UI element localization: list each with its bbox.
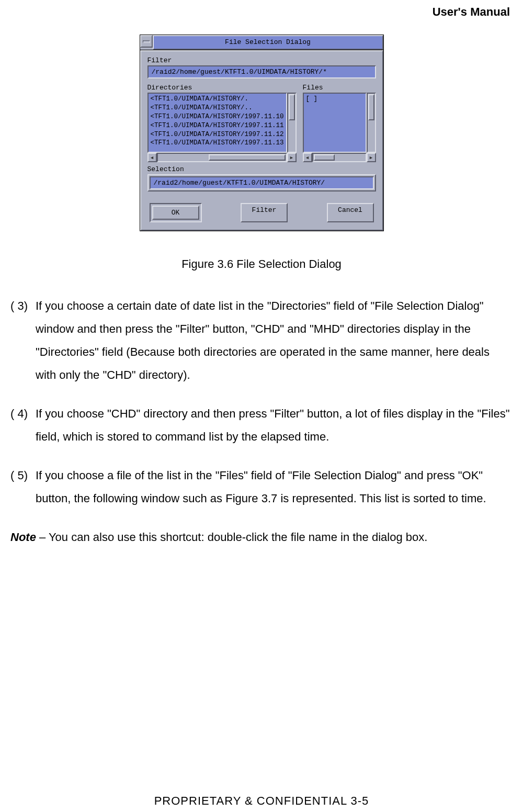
figure-caption: Figure 3.6 File Selection Dialog [10,257,513,271]
list-item[interactable]: <TFT1.0/UIMDATA/HISTORY/1997.11.13 [151,139,284,148]
page-footer: PROPRIETARY & CONFIDENTIAL 3-5 [0,794,523,808]
scroll-left-icon[interactable]: ◀ [303,153,312,162]
note-text: – You can also use this shortcut: double… [36,531,427,544]
system-menu-icon[interactable] [140,35,153,48]
directories-listbox[interactable]: <TFT1.0/UIMDATA/HISTORY/. <TFT1.0/UIMDAT… [147,93,287,153]
cancel-button[interactable]: Cancel [327,203,374,222]
item-number: ( 5) [10,464,36,510]
files-vscrollbar[interactable] [367,93,376,153]
selection-label: Selection [147,165,376,173]
directories-vscrollbar[interactable] [287,93,297,153]
filter-button[interactable]: Filter [241,203,288,222]
paragraph-text: If you choose a certain date of date lis… [36,295,513,387]
directories-hscrollbar[interactable]: ◀ ▶ [147,153,297,162]
list-item[interactable]: <TFT1.0/UIMDATA/HISTORY/1997.11.11 [151,121,284,130]
files-listbox[interactable]: [ ] [303,93,367,153]
scroll-right-icon[interactable]: ▶ [367,153,376,162]
file-selection-dialog: File Selection Dialog Filter /raid2/home… [140,35,384,231]
item-number: ( 4) [10,402,36,448]
filter-input[interactable]: /raid2/home/guest/KTFT1.0/UIMDATA/HISTOR… [147,65,376,78]
page-header: User's Manual [10,5,513,19]
dialog-title-bar: File Selection Dialog [140,35,383,50]
list-item[interactable]: <TFT1.0/UIMDATA/HISTORY/1997.11.12 [151,130,284,139]
selection-input[interactable]: /raid2/home/guest/KTFT1.0/UIMDATA/HISTOR… [150,176,374,189]
item-number: ( 3) [10,295,36,387]
files-label: Files [303,84,376,92]
scroll-left-icon[interactable]: ◀ [147,153,157,162]
directories-label: Directories [147,84,297,92]
list-item[interactable]: <TFT1.0/UIMDATA/HISTORY/1997.11.10 [151,112,284,121]
paragraph-text: If you choose "CHD" directory and then p… [36,402,513,448]
list-item[interactable]: <TFT1.0/UIMDATA/HISTORY/.. [151,104,284,112]
filter-label: Filter [147,57,376,64]
scroll-right-icon[interactable]: ▶ [287,153,297,162]
list-item[interactable]: <TFT1.0/UIMDATA/HISTORY/. [151,95,284,104]
dialog-title: File Selection Dialog [153,35,383,50]
note-paragraph: Note – You can also use this shortcut: d… [10,526,513,549]
files-hscrollbar[interactable]: ◀ ▶ [303,153,376,162]
list-item[interactable]: [ ] [306,95,363,104]
paragraph-text: If you choose a file of the list in the … [36,464,513,510]
ok-button[interactable]: OK [152,206,199,220]
note-label: Note [10,531,36,544]
